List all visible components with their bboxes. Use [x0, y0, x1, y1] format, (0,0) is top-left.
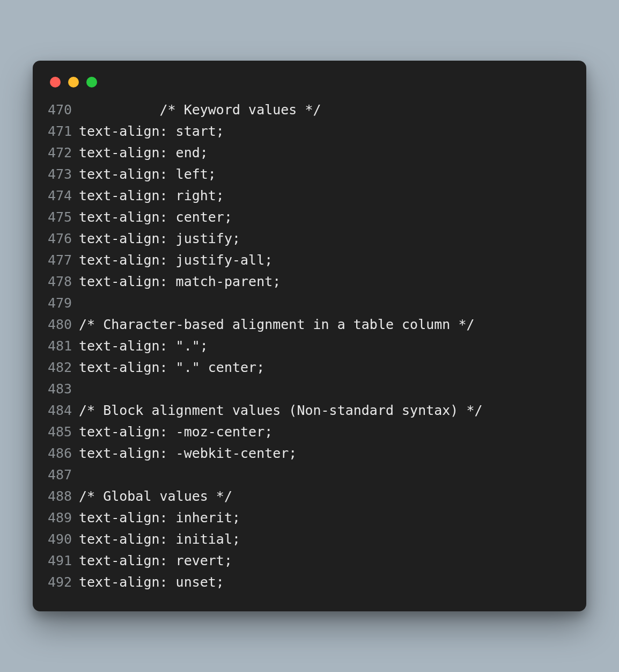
code-text: text-align: match-parent;	[79, 271, 571, 293]
code-window: 470 /* Keyword values */471text-align: s…	[33, 61, 586, 611]
line-number: 473	[48, 164, 79, 185]
line-number: 470	[48, 99, 79, 121]
code-line: 473text-align: left;	[48, 164, 571, 185]
window-titlebar	[48, 74, 571, 99]
code-text: text-align: initial;	[79, 529, 571, 550]
code-text: text-align: left;	[79, 164, 571, 185]
line-number: 489	[48, 507, 79, 529]
code-text: text-align: right;	[79, 185, 571, 207]
code-text: text-align: center;	[79, 207, 571, 228]
line-number: 481	[48, 335, 79, 357]
code-text: text-align: end;	[79, 142, 571, 164]
line-number: 484	[48, 400, 79, 421]
line-number: 472	[48, 142, 79, 164]
line-number: 477	[48, 250, 79, 271]
code-line: 471text-align: start;	[48, 121, 571, 142]
code-line: 492text-align: unset;	[48, 572, 571, 593]
code-line: 488/* Global values */	[48, 486, 571, 507]
code-line: 479	[48, 293, 571, 314]
line-number: 482	[48, 357, 79, 378]
code-line: 480/* Character-based alignment in a tab…	[48, 314, 571, 335]
line-number: 486	[48, 443, 79, 464]
code-line: 482text-align: "." center;	[48, 357, 571, 378]
code-text: text-align: justify-all;	[79, 250, 571, 271]
code-line: 472text-align: end;	[48, 142, 571, 164]
line-number: 471	[48, 121, 79, 142]
line-number: 483	[48, 378, 79, 400]
code-line: 481text-align: ".";	[48, 335, 571, 357]
code-text: /* Character-based alignment in a table …	[79, 314, 571, 335]
code-line: 486text-align: -webkit-center;	[48, 443, 571, 464]
line-number: 474	[48, 185, 79, 207]
code-text: /* Global values */	[79, 486, 571, 507]
code-line: 485text-align: -moz-center;	[48, 421, 571, 443]
line-number: 480	[48, 314, 79, 335]
line-number: 491	[48, 550, 79, 572]
minimize-icon[interactable]	[68, 77, 79, 87]
code-line: 477text-align: justify-all;	[48, 250, 571, 271]
code-text: text-align: "." center;	[79, 357, 571, 378]
code-text: text-align: -moz-center;	[79, 421, 571, 443]
code-text: text-align: start;	[79, 121, 571, 142]
line-number: 492	[48, 572, 79, 593]
code-text	[79, 464, 571, 486]
line-number: 488	[48, 486, 79, 507]
code-line: 487	[48, 464, 571, 486]
line-number: 479	[48, 293, 79, 314]
code-line: 476text-align: justify;	[48, 228, 571, 250]
code-text	[79, 378, 571, 400]
line-number: 478	[48, 271, 79, 293]
close-icon[interactable]	[50, 77, 61, 87]
line-number: 490	[48, 529, 79, 550]
line-number: 485	[48, 421, 79, 443]
code-line: 490text-align: initial;	[48, 529, 571, 550]
code-text	[79, 293, 571, 314]
code-text: text-align: unset;	[79, 572, 571, 593]
code-line: 478text-align: match-parent;	[48, 271, 571, 293]
line-number: 487	[48, 464, 79, 486]
maximize-icon[interactable]	[86, 77, 97, 87]
code-text: text-align: justify;	[79, 228, 571, 250]
code-text: /* Keyword values */	[79, 99, 571, 121]
code-line: 475text-align: center;	[48, 207, 571, 228]
line-number: 476	[48, 228, 79, 250]
code-text: text-align: ".";	[79, 335, 571, 357]
code-block: 470 /* Keyword values */471text-align: s…	[48, 99, 571, 593]
line-number: 475	[48, 207, 79, 228]
code-line: 483	[48, 378, 571, 400]
code-line: 491text-align: revert;	[48, 550, 571, 572]
code-line: 489text-align: inherit;	[48, 507, 571, 529]
code-line: 484/* Block alignment values (Non-standa…	[48, 400, 571, 421]
code-text: /* Block alignment values (Non-standard …	[79, 400, 571, 421]
code-line: 470 /* Keyword values */	[48, 99, 571, 121]
code-text: text-align: revert;	[79, 550, 571, 572]
code-line: 474text-align: right;	[48, 185, 571, 207]
code-text: text-align: inherit;	[79, 507, 571, 529]
code-text: text-align: -webkit-center;	[79, 443, 571, 464]
